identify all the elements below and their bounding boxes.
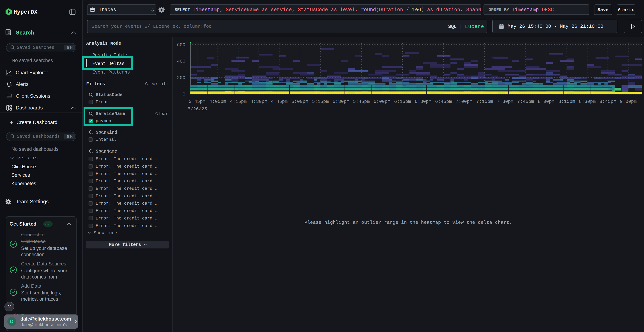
svg-text:8:30pm: 8:30pm	[579, 99, 596, 104]
svg-text:6:30pm: 6:30pm	[415, 99, 432, 104]
svg-text:4:15pm: 4:15pm	[230, 99, 247, 104]
svg-text:7:45pm: 7:45pm	[517, 99, 534, 104]
svg-text:4:30pm: 4:30pm	[250, 99, 267, 104]
svg-text:7:15pm: 7:15pm	[476, 99, 493, 104]
svg-text:6:00pm: 6:00pm	[374, 99, 390, 104]
svg-text:8:15pm: 8:15pm	[558, 99, 575, 104]
svg-text:5:00pm: 5:00pm	[292, 99, 308, 104]
svg-text:8:45pm: 8:45pm	[600, 99, 616, 104]
svg-text:5:15pm: 5:15pm	[312, 99, 329, 104]
svg-text:0: 0	[182, 92, 185, 97]
svg-text:5:45pm: 5:45pm	[353, 99, 370, 104]
svg-text:6:45pm: 6:45pm	[435, 99, 452, 104]
svg-text:400: 400	[177, 59, 185, 64]
svg-text:7:00pm: 7:00pm	[456, 99, 472, 104]
svg-text:9:00pm: 9:00pm	[620, 99, 637, 104]
svg-text:6:15pm: 6:15pm	[394, 99, 411, 104]
svg-text:5/26/25: 5/26/25	[188, 106, 207, 112]
svg-text:Please highlight an outlier ra: Please highlight an outlier range in the…	[304, 220, 512, 225]
svg-text:5:30pm: 5:30pm	[332, 99, 349, 104]
svg-text:4:00pm: 4:00pm	[209, 99, 226, 104]
svg-text:8:00pm: 8:00pm	[538, 99, 554, 104]
svg-text:200: 200	[177, 75, 185, 80]
svg-text:4:45pm: 4:45pm	[271, 99, 288, 104]
svg-text:600: 600	[177, 42, 185, 48]
svg-text:7:30pm: 7:30pm	[497, 99, 514, 104]
svg-text:3:45pm: 3:45pm	[189, 99, 206, 104]
